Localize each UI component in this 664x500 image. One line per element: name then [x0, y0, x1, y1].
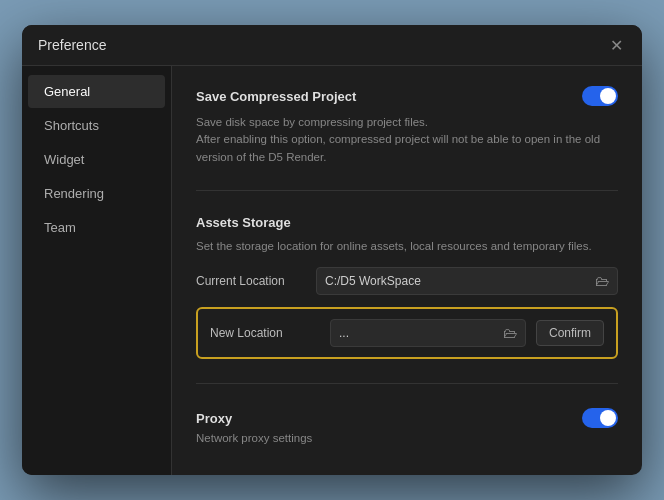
- proxy-toggle[interactable]: [582, 408, 618, 428]
- confirm-button[interactable]: Confirm: [536, 320, 604, 346]
- assets-storage-section: Assets Storage Set the storage location …: [196, 215, 618, 359]
- current-location-input: C:/D5 WorkSpace 🗁: [316, 267, 618, 295]
- dialog-content: General Shortcuts Widget Rendering Team …: [22, 66, 642, 475]
- main-content: Save Compressed Project Save disk space …: [172, 66, 642, 475]
- save-compressed-title: Save Compressed Project: [196, 89, 356, 104]
- current-location-row: Current Location C:/D5 WorkSpace 🗁: [196, 267, 618, 295]
- sidebar-item-rendering[interactable]: Rendering: [28, 177, 165, 210]
- save-compressed-header: Save Compressed Project: [196, 86, 618, 106]
- new-location-input[interactable]: ... 🗁: [330, 319, 526, 347]
- sidebar: General Shortcuts Widget Rendering Team: [22, 66, 172, 475]
- title-bar: Preference ✕: [22, 25, 642, 66]
- sidebar-item-shortcuts[interactable]: Shortcuts: [28, 109, 165, 142]
- dialog-title: Preference: [38, 37, 106, 53]
- new-folder-icon[interactable]: 🗁: [503, 325, 517, 341]
- save-compressed-section: Save Compressed Project Save disk space …: [196, 86, 618, 166]
- current-folder-icon[interactable]: 🗁: [595, 273, 609, 289]
- sidebar-item-general[interactable]: General: [28, 75, 165, 108]
- sidebar-item-team-label: Team: [44, 220, 76, 235]
- save-compressed-desc: Save disk space by compressing project f…: [196, 114, 618, 166]
- sidebar-item-shortcuts-label: Shortcuts: [44, 118, 99, 133]
- preference-dialog: Preference ✕ General Shortcuts Widget Re…: [22, 25, 642, 475]
- proxy-title: Proxy: [196, 411, 232, 426]
- current-location-value: C:/D5 WorkSpace: [325, 274, 421, 288]
- sidebar-item-widget[interactable]: Widget: [28, 143, 165, 176]
- save-compressed-toggle[interactable]: [582, 86, 618, 106]
- sidebar-item-general-label: General: [44, 84, 90, 99]
- new-location-label: New Location: [210, 326, 320, 340]
- assets-storage-desc: Set the storage location for online asse…: [196, 238, 618, 255]
- close-button[interactable]: ✕: [606, 35, 626, 55]
- assets-storage-title: Assets Storage: [196, 215, 618, 230]
- sidebar-item-rendering-label: Rendering: [44, 186, 104, 201]
- assets-storage-header: Assets Storage Set the storage location …: [196, 215, 618, 255]
- sidebar-item-team[interactable]: Team: [28, 211, 165, 244]
- divider-2: [196, 383, 618, 384]
- current-location-label: Current Location: [196, 274, 306, 288]
- proxy-desc: Network proxy settings: [196, 432, 618, 444]
- divider-1: [196, 190, 618, 191]
- new-location-placeholder: ...: [339, 326, 349, 340]
- proxy-section: Proxy Network proxy settings: [196, 408, 618, 444]
- proxy-header: Proxy: [196, 408, 618, 428]
- sidebar-item-widget-label: Widget: [44, 152, 84, 167]
- new-location-container: New Location ... 🗁 Confirm: [196, 307, 618, 359]
